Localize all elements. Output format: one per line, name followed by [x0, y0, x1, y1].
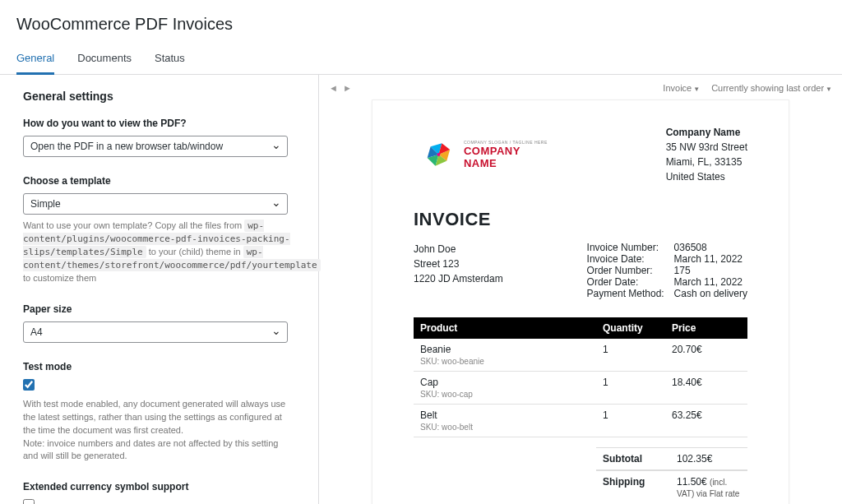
- paper-select[interactable]: A4: [23, 321, 288, 343]
- page-title: WooCommerce PDF Invoices: [0, 0, 842, 44]
- col-qty: Quantity: [596, 317, 665, 339]
- table-row: BeanieSKU: woo-beanie 1 20.70€: [414, 339, 747, 372]
- tab-status[interactable]: Status: [155, 44, 185, 74]
- settings-panel: General settings How do you want to view…: [0, 75, 319, 504]
- field-view-pdf: How do you want to view the PDF? Open th…: [23, 118, 295, 157]
- view-pdf-select[interactable]: Open the PDF in a new browser tab/window: [23, 136, 288, 157]
- tab-general[interactable]: General: [16, 44, 54, 75]
- bill-to: John Doe Street 123 1220 JD Amsterdam: [414, 242, 503, 299]
- line-items-table: Product Quantity Price BeanieSKU: woo-be…: [414, 317, 747, 437]
- prev-icon[interactable]: ◄: [329, 83, 338, 93]
- invoice-details: Invoice Number:036508 Invoice Date:March…: [587, 242, 747, 299]
- invoice-title: INVOICE: [414, 209, 747, 230]
- tabs: General Documents Status: [0, 44, 842, 75]
- invoice-logo: COMPANY SLOGAN / TAGLINE HERE COMPANY NA…: [414, 125, 555, 184]
- invoice-preview: COMPANY SLOGAN / TAGLINE HERE COMPANY NA…: [372, 99, 789, 504]
- svg-point-0: [437, 153, 440, 156]
- test-mode-help: With test mode enabled, any document gen…: [23, 398, 295, 464]
- table-row: CapSKU: woo-cap 1 18.40€: [414, 372, 747, 405]
- section-title: General settings: [23, 90, 295, 103]
- field-template: Choose a template Simple Want to use you…: [23, 175, 295, 285]
- view-pdf-label: How do you want to view the PDF?: [23, 118, 295, 129]
- tab-documents[interactable]: Documents: [77, 44, 132, 74]
- invoice-dropdown[interactable]: Invoice▼: [663, 83, 700, 93]
- pinwheel-icon: [414, 131, 464, 178]
- template-select[interactable]: Simple: [23, 193, 288, 215]
- col-price: Price: [665, 317, 747, 339]
- field-paper-size: Paper size A4: [23, 303, 295, 343]
- col-product: Product: [414, 317, 596, 339]
- preview-panel: ◄ ► Invoice▼ Currently showing last orde…: [319, 75, 842, 504]
- company-address: Company Name 35 NW 93rd Street Miami, FL…: [666, 125, 747, 184]
- field-currency: Extended currency symbol support Enable …: [23, 481, 295, 504]
- totals: Subtotal 102.35€ Shipping 11.50€ (incl. …: [414, 447, 747, 504]
- paper-label: Paper size: [23, 303, 295, 315]
- next-icon[interactable]: ►: [343, 83, 352, 93]
- showing-dropdown[interactable]: Currently showing last order▼: [711, 83, 832, 93]
- field-test-mode: Test mode With test mode enabled, any do…: [23, 361, 295, 464]
- template-help: Want to use your own template? Copy all …: [23, 220, 295, 285]
- test-mode-checkbox[interactable]: [23, 379, 35, 391]
- currency-label: Extended currency symbol support: [23, 481, 295, 492]
- template-label: Choose a template: [23, 175, 295, 187]
- test-mode-label: Test mode: [23, 361, 295, 372]
- currency-checkbox[interactable]: [23, 499, 35, 504]
- table-row: BeltSKU: woo-belt 1 63.25€: [414, 405, 747, 437]
